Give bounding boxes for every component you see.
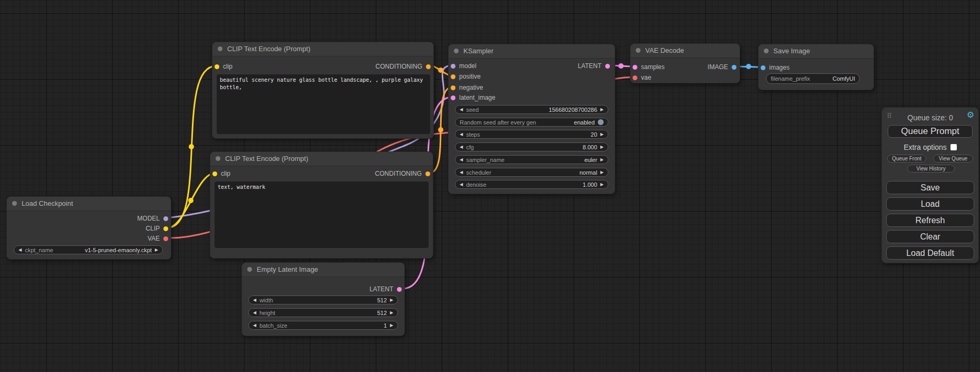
prompt-text-input[interactable]: beautiful scenery nature glass bottle la…	[217, 74, 430, 134]
widget-filename-prefix[interactable]: filename_prefix ComfyUI	[766, 73, 860, 84]
output-port-image[interactable]	[732, 65, 736, 70]
settings-gear-icon[interactable]: ⚙	[967, 111, 974, 119]
widget-scheduler[interactable]: ◀ scheduler normal ▶	[455, 168, 608, 177]
widget-label: filename_prefix	[771, 75, 810, 82]
refresh-button[interactable]: Refresh	[886, 214, 974, 227]
node-title: VAE Decode	[630, 44, 740, 58]
collapse-dot-icon[interactable]	[216, 156, 220, 161]
decrement-arrow-icon[interactable]: ◀	[460, 130, 463, 139]
widget-value: 20	[591, 131, 597, 138]
node-load-checkpoint[interactable]: Load Checkpoint MODEL CLIP VAE ◀ ckpt_na…	[6, 196, 171, 260]
link-midpoint-dot	[189, 144, 194, 149]
increment-arrow-icon[interactable]: ▶	[600, 168, 604, 177]
output-port-clip[interactable]	[163, 226, 168, 231]
increment-arrow-icon[interactable]: ▶	[600, 105, 604, 114]
increment-arrow-icon[interactable]: ▶	[600, 180, 604, 189]
increment-arrow-icon[interactable]: ▶	[390, 308, 393, 317]
load-button[interactable]: Load	[886, 197, 974, 211]
increment-arrow-icon[interactable]: ▶	[390, 295, 393, 304]
node-clip-text-encode-positive[interactable]: CLIP Text Encode (Prompt) clip CONDITION…	[212, 42, 434, 139]
widget-sampler-name[interactable]: ◀ sampler_name euler ▶	[455, 155, 608, 164]
increment-arrow-icon[interactable]: ▶	[600, 142, 604, 151]
node-save-image[interactable]: Save Image images filename_prefix ComfyU…	[758, 44, 874, 90]
input-port-positive[interactable]	[451, 74, 455, 79]
output-port-model[interactable]	[163, 216, 168, 221]
output-port-latent[interactable]	[397, 287, 402, 292]
node-clip-text-encode-negative[interactable]: CLIP Text Encode (Prompt) clip CONDITION…	[210, 151, 433, 259]
input-port-samples[interactable]	[633, 65, 637, 70]
collapse-dot-icon[interactable]	[764, 49, 769, 53]
widget-ckpt-name[interactable]: ◀ ckpt_name v1-5-pruned-emaonly.ckpt ▶	[14, 245, 163, 254]
output-port-conditioning[interactable]	[426, 64, 431, 69]
save-button[interactable]: Save	[886, 181, 974, 194]
port-label: CONDITIONING	[375, 170, 422, 177]
widget-value: 8.000	[583, 144, 597, 150]
collapse-dot-icon[interactable]	[454, 49, 459, 53]
output-port-latent[interactable]	[605, 64, 610, 69]
node-vae-decode[interactable]: VAE Decode samples vae IMAGE	[630, 43, 740, 83]
port-label: negative	[459, 84, 483, 91]
collapse-dot-icon[interactable]	[12, 201, 17, 206]
node-empty-latent-image[interactable]: Empty Latent Image LATENT ◀ width 512 ▶ …	[241, 262, 405, 336]
widget-value: normal	[579, 169, 597, 176]
node-graph-canvas[interactable]: Load Checkpoint MODEL CLIP VAE ◀ ckpt_na…	[0, 0, 980, 372]
widget-height[interactable]: ◀ height 512 ▶	[248, 308, 398, 317]
widget-value: 512	[377, 297, 386, 303]
input-port-vae[interactable]	[633, 75, 637, 80]
input-port-latent-image[interactable]	[451, 96, 455, 100]
widget-denoise[interactable]: ◀ denoise 1.000 ▶	[455, 180, 608, 189]
increment-arrow-icon[interactable]: ▶	[155, 245, 158, 254]
widget-label: Random seed after every gen	[460, 119, 536, 126]
decrement-arrow-icon[interactable]: ◀	[253, 295, 256, 304]
output-port-conditioning[interactable]	[425, 171, 430, 176]
decrement-arrow-icon[interactable]: ◀	[460, 155, 463, 164]
decrement-arrow-icon[interactable]: ◀	[460, 142, 463, 151]
widget-seed[interactable]: ◀ seed 156680208700286 ▶	[455, 105, 608, 114]
widget-cfg[interactable]: ◀ cfg 8.000 ▶	[455, 142, 608, 151]
decrement-arrow-icon[interactable]: ◀	[460, 180, 463, 189]
queue-prompt-button[interactable]: Queue Prompt	[888, 125, 973, 138]
node-title: Load Checkpoint	[7, 197, 171, 211]
input-port-model[interactable]	[451, 64, 455, 69]
toggle-icon[interactable]	[598, 119, 604, 125]
increment-arrow-icon[interactable]: ▶	[390, 321, 393, 330]
decrement-arrow-icon[interactable]: ◀	[18, 245, 22, 254]
widget-width[interactable]: ◀ width 512 ▶	[248, 295, 398, 304]
widget-batch-size[interactable]: ◀ batch_size 1 ▶	[248, 321, 398, 330]
widget-value: 512	[377, 310, 386, 316]
view-queue-button[interactable]: View Queue	[933, 155, 973, 163]
input-port-images[interactable]	[761, 65, 765, 70]
widget-random-seed-toggle[interactable]: Random seed after every gen enabled	[455, 118, 608, 127]
view-history-button[interactable]: View History	[907, 165, 955, 173]
widget-value: v1-5-pruned-emaonly.ckpt	[85, 247, 152, 253]
input-port-negative[interactable]	[451, 85, 455, 90]
port-label: latent_image	[459, 94, 496, 101]
port-label: VAE	[148, 235, 160, 242]
widget-value: euler	[584, 157, 597, 163]
queue-panel: ⠿ Queue size: 0 ⚙ Queue Prompt Extra opt…	[881, 107, 979, 263]
port-label: IMAGE	[707, 63, 728, 71]
output-port-vae[interactable]	[163, 236, 168, 241]
widget-label: width	[259, 297, 273, 303]
extra-options-label: Extra options	[904, 143, 947, 151]
increment-arrow-icon[interactable]: ▶	[600, 130, 604, 139]
widget-steps[interactable]: ◀ steps 20 ▶	[455, 130, 608, 139]
prompt-text-input[interactable]: text, watermark	[215, 182, 429, 248]
link-midpoint-dot	[438, 68, 443, 73]
decrement-arrow-icon[interactable]: ◀	[460, 105, 463, 114]
decrement-arrow-icon[interactable]: ◀	[460, 168, 463, 177]
collapse-dot-icon[interactable]	[247, 267, 252, 272]
decrement-arrow-icon[interactable]: ◀	[253, 308, 256, 317]
queue-front-button[interactable]: Queue Front	[887, 155, 926, 163]
collapse-dot-icon[interactable]	[636, 48, 641, 53]
input-port-clip[interactable]	[212, 171, 217, 176]
node-ksampler[interactable]: KSampler model positive negative latent_…	[448, 44, 615, 194]
decrement-arrow-icon[interactable]: ◀	[253, 321, 256, 330]
port-label: images	[769, 64, 790, 71]
extra-options-checkbox[interactable]	[950, 144, 957, 150]
increment-arrow-icon[interactable]: ▶	[600, 155, 604, 164]
collapse-dot-icon[interactable]	[218, 46, 222, 51]
load-default-button[interactable]: Load Default	[886, 246, 974, 260]
clear-button[interactable]: Clear	[886, 230, 974, 243]
input-port-clip[interactable]	[215, 64, 219, 69]
